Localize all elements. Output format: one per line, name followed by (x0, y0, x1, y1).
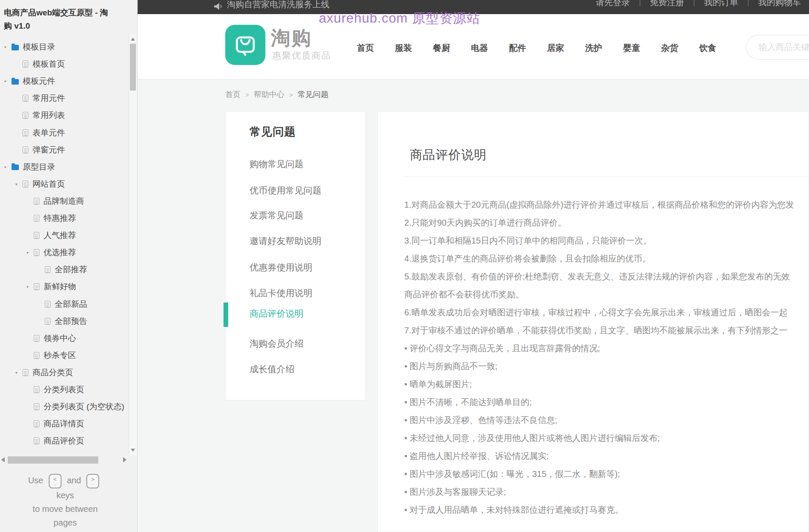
divider: ｜ (691, 0, 698, 7)
sidebar-tree-item[interactable]: ▼模板目录 (0, 38, 137, 56)
hint-pages-label: pages (0, 516, 130, 529)
nav-item[interactable]: 洗护 (585, 42, 602, 54)
nav-item[interactable]: 饮食 (699, 42, 716, 54)
topbar-link[interactable]: 我的订单 (704, 0, 738, 8)
expand-arrow-icon[interactable]: ▼ (3, 165, 12, 169)
sidebar-tree-item[interactable]: ▼表单元件 (0, 124, 137, 141)
faq-menu-item[interactable]: 淘购会员介绍 (250, 338, 303, 350)
sidebar-tree-item[interactable]: ▼分类列表页 (为空状态) (0, 398, 137, 415)
sidebar-tree-item[interactable]: ▼品牌制造商 (0, 193, 137, 210)
topbar-link[interactable]: 免费注册 (650, 0, 684, 8)
scroll-left-arrow-icon[interactable] (1, 457, 5, 462)
sidebar-tree-item[interactable]: ▼全部新品 (0, 296, 137, 313)
sidebar-tree-item[interactable]: ▼模板元件 (0, 73, 137, 90)
search-box (746, 35, 809, 60)
scroll-up-arrow-icon[interactable] (131, 38, 135, 41)
faq-menu-item[interactable]: 商品评价说明 (250, 308, 303, 320)
page-icon (34, 420, 39, 427)
search-input[interactable] (747, 35, 809, 59)
tree-item-label: 分类列表页 (为空状态) (44, 401, 124, 412)
breadcrumb-item[interactable]: 首页 (225, 89, 241, 100)
faq-menu-item[interactable]: 邀请好友帮助说明 (250, 235, 321, 247)
tree-item-label: 全部推荐 (55, 264, 87, 275)
tree-item-label: 品牌制造商 (44, 196, 84, 207)
page-icon (34, 249, 39, 256)
tree-item-label: 优选推荐 (44, 247, 76, 258)
horizontal-scrollbar[interactable] (0, 456, 128, 465)
nav-item[interactable]: 首页 (357, 42, 374, 54)
nav-item[interactable]: 电器 (471, 42, 488, 54)
page-icon (34, 198, 39, 205)
nav-item[interactable]: 居家 (547, 42, 564, 54)
faq-menu-item[interactable]: 购物常见问题 (250, 158, 303, 170)
nav-item[interactable]: 餐厨 (433, 42, 450, 54)
sidebar-tree-item[interactable]: ▼全部预告 (0, 313, 137, 330)
page-icon (34, 438, 39, 444)
expand-arrow-icon[interactable]: ▼ (3, 45, 12, 49)
tree-item-label: 网站首页 (32, 179, 65, 190)
expand-arrow-icon[interactable]: ▼ (26, 251, 34, 255)
page-icon (34, 215, 39, 222)
faq-menu-panel: 常见问题 购物常见问题优币使用常见问题发票常见问题邀请好友帮助说明优惠券使用说明… (225, 111, 366, 400)
sidebar-tree-item[interactable]: ▼原型目录 (0, 159, 137, 176)
sidebar-tree-item[interactable]: ▼商品分类页 (0, 364, 137, 381)
sidebar-tree-item[interactable]: ▼人气推荐 (0, 227, 137, 244)
announcement-text: 淘购自营家电清洗服务上线 (227, 0, 329, 10)
expand-arrow-icon[interactable]: ▼ (26, 285, 34, 289)
sidebar-tree-item[interactable]: ▼优选推荐 (0, 244, 137, 261)
keyboard-hint: Use <, and >. keys to move between pages (0, 473, 130, 529)
announcement: 淘购自营家电清洗服务上线 (214, 0, 329, 12)
hint-use-label: Use (28, 476, 44, 485)
faq-menu-item[interactable]: 优币使用常见问题 (250, 185, 321, 197)
tree-item-label: 特惠推荐 (44, 213, 76, 224)
breadcrumb-item[interactable]: 帮助中心 (254, 89, 285, 100)
megaphone-icon (214, 3, 223, 12)
sidebar-tree-item[interactable]: ▼商品详情页 (0, 415, 137, 432)
sidebar-tree-item[interactable]: ▼模板首页 (0, 56, 137, 73)
logo-tagline: 惠聚优质商品 (272, 50, 331, 62)
expand-arrow-icon[interactable]: ▼ (15, 182, 23, 186)
article-text-line: • 图片中涉及敏感词汇(如：曝光，315，假二水，翻新等); (404, 465, 809, 483)
article-text-line: • 未经过他人同意，涉及使用他人图片或将他人图片进行编辑后发布; (404, 429, 809, 447)
sidebar-tree-item[interactable]: ▼商品评价页 (0, 432, 137, 450)
sidebar-tree-item[interactable]: ▼全部推荐 (0, 261, 137, 278)
breadcrumb: 首页>帮助中心>常见问题 (225, 89, 329, 100)
expand-arrow-icon[interactable]: ▼ (15, 371, 23, 375)
topbar-link[interactable]: 我的购物车 (758, 0, 801, 8)
scroll-down-arrow-icon[interactable] (131, 449, 135, 452)
sidebar-tree-item[interactable]: ▼分类列表页 (0, 381, 137, 398)
folder-icon (12, 165, 19, 170)
tree-item-label: 商品详情页 (44, 418, 84, 429)
sidebar-tree-item[interactable]: ▼网站首页 (0, 176, 137, 193)
vertical-scrollbar[interactable] (129, 34, 137, 455)
comma-key-icon: <, (49, 474, 62, 488)
sidebar-tree-item[interactable]: ▼新鲜好物 (0, 278, 137, 295)
sidebar-tree: ▼模板目录▼模板首页▼模板元件▼常用元件▼常用列表▼表单元件▼弹窗元件▼原型目录… (0, 0, 137, 532)
article-text-line: • 图片与所购商品不一致; (404, 357, 809, 375)
sidebar-tree-item[interactable]: ▼特惠推荐 (0, 210, 137, 227)
faq-menu-item[interactable]: 发票常见问题 (250, 209, 303, 221)
sidebar-tree-item[interactable]: ▼常用列表 (0, 107, 137, 124)
expand-arrow-icon[interactable]: ▼ (3, 79, 12, 83)
faq-menu-item[interactable]: 优惠券使用说明 (250, 262, 312, 273)
sidebar-tree-item[interactable]: ▼弹窗元件 (0, 141, 137, 159)
page-icon (23, 61, 28, 68)
faq-menu-item[interactable]: 礼品卡使用说明 (250, 287, 312, 299)
topbar-link[interactable]: 请先登录 (596, 0, 630, 8)
faq-menu-item[interactable]: 成长值介绍 (250, 363, 294, 375)
page-icon (34, 403, 39, 410)
nav-item[interactable]: 服装 (395, 42, 412, 54)
sidebar-tree-item[interactable]: ▼领券中心 (0, 330, 137, 347)
sidebar-tree-item[interactable]: ▼常用元件 (0, 90, 137, 107)
nav-item[interactable]: 配件 (509, 42, 526, 54)
page-content: 首页>帮助中心>常见问题 常见问题 购物常见问题优币使用常见问题发票常见问题邀请… (138, 79, 809, 532)
vertical-scrollbar-thumb[interactable] (130, 44, 136, 91)
scroll-right-arrow-icon[interactable] (123, 457, 126, 462)
horizontal-scrollbar-thumb[interactable] (8, 456, 98, 464)
sidebar-tree-item[interactable]: ▼秒杀专区 (0, 347, 137, 364)
taogou-logo-icon[interactable] (225, 25, 265, 65)
article-text-line: • 图片中涉及淫秽、色情等违法不良信息; (404, 411, 809, 429)
nav-item[interactable]: 婴童 (623, 42, 640, 54)
tree-item-label: 全部新品 (55, 299, 87, 310)
nav-item[interactable]: 杂货 (661, 42, 678, 54)
